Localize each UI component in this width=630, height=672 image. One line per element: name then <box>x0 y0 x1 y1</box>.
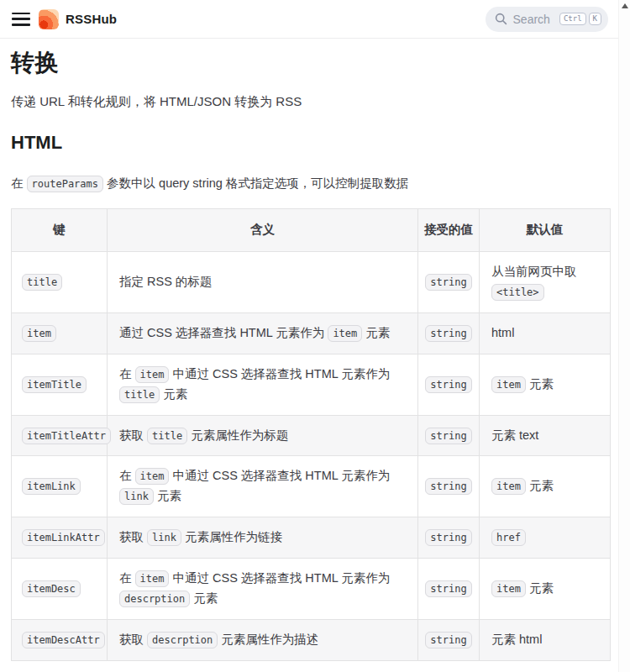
navbar: RSSHub Search Ctrl K <box>0 0 630 39</box>
page-title: 转换 <box>11 47 622 79</box>
accepts-cell: string <box>418 456 480 517</box>
page-subtitle: 传递 URL 和转化规则，将 HTML/JSON 转换为 RSS <box>11 94 622 110</box>
default-cell: 元素 text <box>480 415 611 456</box>
table-header-row: 键含义接受的值默认值 <box>12 209 611 252</box>
accepts-cell: string <box>418 251 480 312</box>
default-cell: item 元素 <box>480 354 611 415</box>
default-cell: item 元素 <box>480 456 611 517</box>
key-cell: itemLinkAttr <box>12 517 108 559</box>
kbd-ctrl: Ctrl <box>559 13 586 25</box>
table-row: itemLinkAttr获取 link 元素属性作为链接stringhref <box>12 517 611 559</box>
accepts-cell: string <box>418 620 480 661</box>
main-content: 转换 传递 URL 和转化规则，将 HTML/JSON 转换为 RSS HTML… <box>0 39 630 672</box>
key-cell: itemTitleAttr <box>12 415 108 456</box>
brand-title: RSSHub <box>66 12 117 26</box>
key-cell: itemTitle <box>12 354 108 415</box>
meaning-cell: 获取 title 元素属性作为标题 <box>108 415 418 456</box>
default-cell: href <box>480 517 611 559</box>
rsshub-logo-icon <box>39 9 59 29</box>
meaning-cell: 指定 RSS 的标题 <box>108 251 418 312</box>
accepts-cell: string <box>418 559 480 620</box>
meaning-cell: 在 item 中通过 CSS 选择器查找 HTML 元素作为 title 元素 <box>108 354 418 415</box>
table-row: itemLink在 item 中通过 CSS 选择器查找 HTML 元素作为 l… <box>12 456 611 517</box>
meaning-cell: 获取 link 元素属性作为链接 <box>108 517 418 559</box>
key-cell: item <box>12 312 108 354</box>
column-header: 含义 <box>108 209 418 252</box>
rsshub-logo-link[interactable]: RSSHub <box>39 9 117 29</box>
scrollbar[interactable] <box>618 0 630 672</box>
accepts-cell: string <box>418 415 480 456</box>
accepts-cell: string <box>418 354 480 415</box>
scroll-up-arrow-icon[interactable] <box>622 3 628 8</box>
column-header: 接受的值 <box>418 209 480 252</box>
table-body: title指定 RSS 的标题string从当前网页中取 <title>item… <box>12 251 611 660</box>
search-button[interactable]: Search Ctrl K <box>486 7 608 32</box>
table-row: itemTitleAttr获取 title 元素属性作为标题string元素 t… <box>12 415 611 456</box>
key-cell: itemDescAttr <box>12 620 108 661</box>
hamburger-menu-icon[interactable] <box>12 13 30 26</box>
default-cell: html <box>480 312 611 354</box>
route-params-intro: 在 routeParams 参数中以 query string 格式指定选项，可… <box>11 174 622 193</box>
column-header: 键 <box>12 209 108 252</box>
table-row: itemDesc在 item 中通过 CSS 选择器查找 HTML 元素作为 d… <box>12 559 611 620</box>
kbd-k: K <box>589 13 601 25</box>
params-table: 键含义接受的值默认值 title指定 RSS 的标题string从当前网页中取 … <box>11 208 611 661</box>
table-row: title指定 RSS 的标题string从当前网页中取 <title> <box>12 251 611 312</box>
default-cell: item 元素 <box>480 559 611 620</box>
meaning-cell: 在 item 中通过 CSS 选择器查找 HTML 元素作为 link 元素 <box>108 456 418 517</box>
search-icon <box>495 13 507 25</box>
column-header: 默认值 <box>480 209 611 252</box>
key-cell: title <box>12 251 108 312</box>
meaning-cell: 通过 CSS 选择器查找 HTML 元素作为 item 元素 <box>108 312 418 354</box>
table-row: itemDescAttr获取 descrption 元素属性作为描述string… <box>12 620 611 661</box>
table-row: itemTitle在 item 中通过 CSS 选择器查找 HTML 元素作为 … <box>12 354 611 415</box>
key-cell: itemDesc <box>12 559 108 620</box>
key-cell: itemLink <box>12 456 108 517</box>
table-row: item通过 CSS 选择器查找 HTML 元素作为 item 元素string… <box>12 312 611 354</box>
accepts-cell: string <box>418 517 480 559</box>
section-heading-html: HTML <box>11 132 622 154</box>
accepts-cell: string <box>418 312 480 354</box>
meaning-cell: 在 item 中通过 CSS 选择器查找 HTML 元素作为 descrptio… <box>108 559 418 620</box>
default-cell: 从当前网页中取 <title> <box>480 251 611 312</box>
search-placeholder: Search <box>513 13 550 26</box>
meaning-cell: 获取 descrption 元素属性作为描述 <box>108 620 418 661</box>
default-cell: 元素 html <box>480 620 611 661</box>
